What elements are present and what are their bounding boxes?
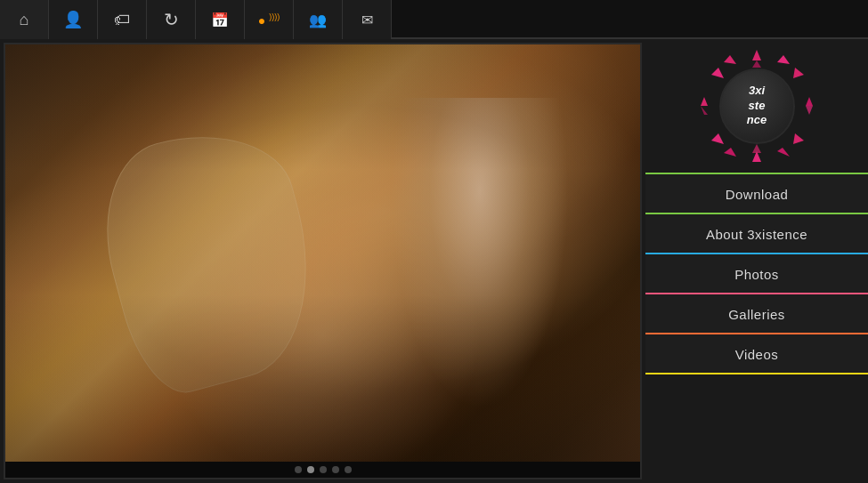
svg-marker-0 xyxy=(752,50,761,60)
videos-label: Videos xyxy=(735,347,779,362)
thumbnail-strip xyxy=(5,462,640,478)
svg-marker-1 xyxy=(752,60,761,68)
tag-nav-btn[interactable]: 🏷 xyxy=(98,0,147,39)
color-grading xyxy=(5,44,640,462)
svg-marker-10 xyxy=(724,148,736,157)
mail-icon: ✉ xyxy=(361,12,373,28)
refresh-icon: ↻ xyxy=(164,9,179,30)
svg-marker-6 xyxy=(793,133,804,144)
logo-inner: 3xi ste nce xyxy=(719,68,795,144)
thumb-dot-1[interactable] xyxy=(295,466,302,473)
galleries-label: Galleries xyxy=(728,307,785,322)
calendar-nav-btn[interactable]: 📅 xyxy=(196,0,245,39)
svg-marker-3 xyxy=(793,68,804,78)
rss-nav-btn[interactable]: ● )))) xyxy=(245,0,294,39)
logo-area: 3xi ste nce xyxy=(645,39,868,173)
useradd-nav-btn[interactable]: 👥 xyxy=(294,0,343,39)
download-label: Download xyxy=(726,187,789,202)
svg-marker-13 xyxy=(701,106,708,115)
nav-menu: Download About 3xistence Photos Gallerie… xyxy=(645,173,868,483)
thumb-dot-5[interactable] xyxy=(345,466,352,473)
logo-line3: nce xyxy=(747,113,767,126)
home-icon: ⌂ xyxy=(20,11,29,29)
menu-item-download[interactable]: Download xyxy=(645,173,868,214)
calendar-icon: 📅 xyxy=(211,12,229,28)
svg-marker-7 xyxy=(777,148,790,157)
refresh-nav-btn[interactable]: ↻ xyxy=(147,0,196,39)
svg-marker-12 xyxy=(701,97,708,106)
logo-line2: ste xyxy=(749,99,766,112)
thumb-dot-3[interactable] xyxy=(320,466,327,473)
person-icon: 👤 xyxy=(63,10,83,29)
logo-line1: 3xi xyxy=(749,84,765,97)
menu-item-about[interactable]: About 3xistence xyxy=(645,214,868,254)
svg-marker-14 xyxy=(711,68,724,78)
photos-label: Photos xyxy=(734,267,779,282)
person-nav-btn[interactable]: 👤 xyxy=(49,0,98,39)
mail-nav-btn[interactable]: ✉ xyxy=(343,0,392,39)
tag-icon: 🏷 xyxy=(114,11,130,29)
logo-text: 3xi ste nce xyxy=(747,84,767,129)
rss-icon: ● )))) xyxy=(258,12,280,28)
logo-badge: 3xi ste nce xyxy=(699,48,815,164)
svg-marker-11 xyxy=(711,133,724,144)
user-add-icon: 👥 xyxy=(309,12,327,28)
svg-marker-9 xyxy=(752,144,761,153)
svg-marker-5 xyxy=(806,106,813,115)
thumb-dot-4[interactable] xyxy=(332,466,339,473)
svg-marker-2 xyxy=(777,55,790,64)
main-image[interactable] xyxy=(5,44,640,462)
svg-marker-15 xyxy=(724,55,736,64)
menu-item-galleries[interactable]: Galleries xyxy=(645,294,868,334)
main-content: 3xi ste nce Download About 3xistence Pho… xyxy=(0,39,868,483)
image-area xyxy=(4,43,642,479)
menu-item-videos[interactable]: Videos xyxy=(645,334,868,374)
top-navigation: ⌂ 👤 🏷 ↻ 📅 ● )))) 👥 ✉ xyxy=(0,0,868,39)
home-nav-btn[interactable]: ⌂ xyxy=(0,0,49,39)
sidebar: 3xi ste nce Download About 3xistence Pho… xyxy=(645,39,868,483)
thumb-dot-2[interactable] xyxy=(307,466,314,473)
about-label: About 3xistence xyxy=(706,227,807,242)
svg-marker-4 xyxy=(806,97,813,106)
menu-item-photos[interactable]: Photos xyxy=(645,254,868,294)
